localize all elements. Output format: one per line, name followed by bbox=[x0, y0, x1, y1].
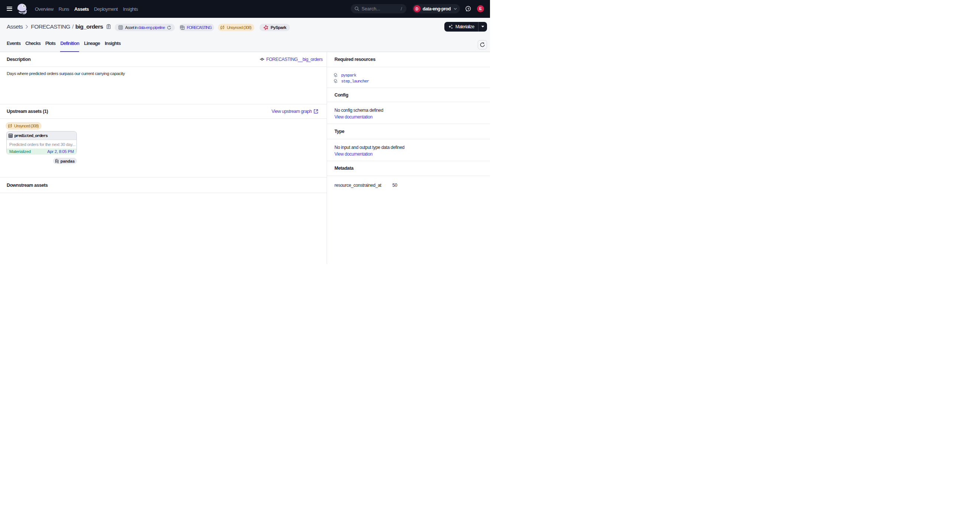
svg-text:?: ? bbox=[467, 7, 469, 11]
